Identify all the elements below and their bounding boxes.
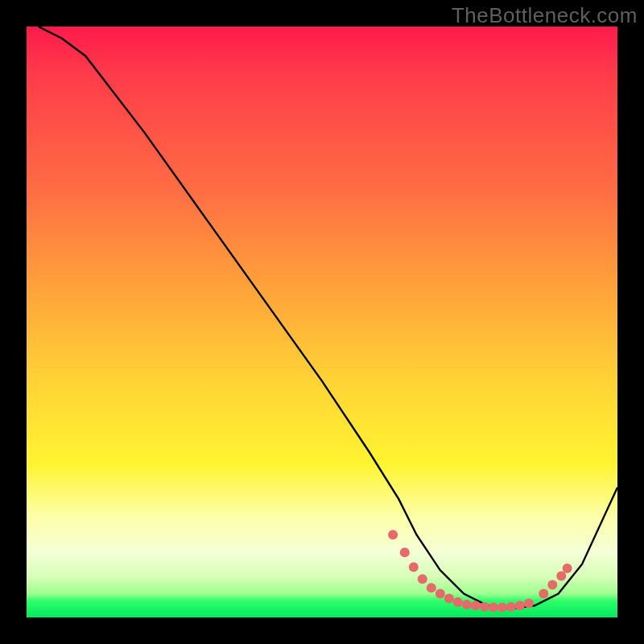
marker-dot [453, 597, 463, 607]
marker-dot [563, 564, 572, 573]
marker-dot [436, 589, 445, 599]
marker-dot [547, 580, 557, 590]
marker-dot [388, 530, 398, 539]
plot-area [27, 27, 617, 617]
marker-dot [539, 589, 548, 599]
marker-dot [427, 583, 436, 592]
marker-dot [489, 603, 498, 613]
marker-dot [556, 572, 566, 581]
marker-dot [524, 598, 534, 608]
marker-dot [497, 603, 507, 613]
marker-dot [471, 601, 481, 610]
chart-frame: TheBottleneck.com [0, 0, 644, 644]
marker-dot [462, 600, 472, 609]
marker-dot [418, 574, 427, 584]
marker-dot [480, 602, 489, 612]
marker-dot [409, 563, 419, 572]
main-curve [39, 27, 617, 609]
watermark-text: TheBottleneck.com [452, 3, 638, 28]
curve-layer [27, 27, 617, 617]
marker-dot [515, 601, 525, 610]
marker-dot [400, 547, 410, 557]
marker-dot [506, 602, 516, 612]
marker-dot [444, 594, 454, 604]
